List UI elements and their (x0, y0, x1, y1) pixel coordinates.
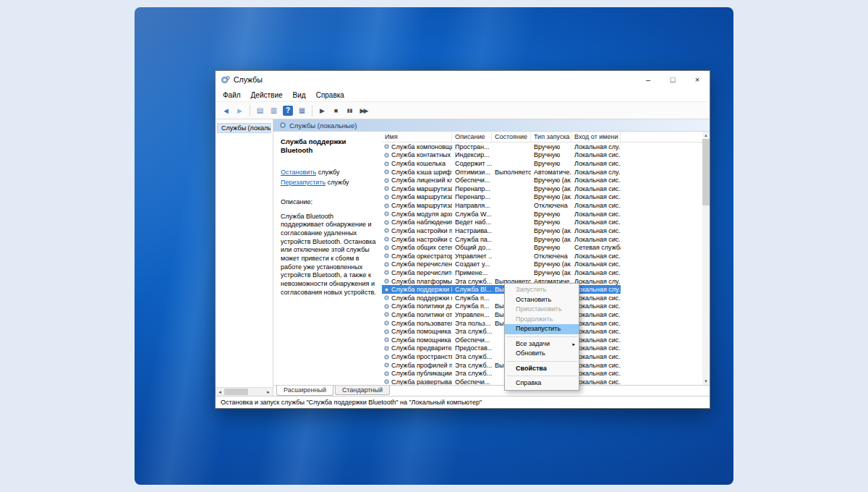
scroll-track-vertical[interactable] (702, 139, 710, 378)
column-header-4[interactable]: Вход от имени (571, 132, 621, 142)
table-row[interactable]: Служба кэша шрифтов Wi... Оптимизи... Вы… (382, 168, 621, 177)
restart-service-icon[interactable]: ▶▶ (357, 107, 370, 114)
table-row[interactable]: Служба настройки сети Служба па... Вручн… (382, 235, 621, 244)
restart-service-link[interactable]: Перезапустить (281, 179, 326, 186)
table-vertical-scrollbar[interactable]: ▲ ▼ (702, 132, 710, 385)
tree-horizontal-scrollbar[interactable]: ◄ ► (216, 387, 273, 396)
menu-help[interactable]: Справка (311, 91, 349, 99)
service-name: Служба публикации имен... (391, 370, 452, 377)
stop-service-link[interactable]: Остановить (281, 169, 316, 176)
scroll-thumb-vertical[interactable] (702, 139, 710, 205)
table-row[interactable]: Служба компоновщика о... Простран... Вру… (382, 143, 621, 151)
tab-extended[interactable]: Расширенный (276, 386, 333, 396)
table-row[interactable]: Служба пространственных... Эта служб... … (382, 352, 621, 361)
scroll-up-icon[interactable]: ▲ (702, 132, 710, 139)
service-description-cell: Простран... (452, 143, 492, 151)
tab-standard[interactable]: Стандартный (335, 386, 390, 395)
table-row[interactable]: Служба платформы подк... Эта служб... Вы… (382, 277, 621, 286)
table-row[interactable]: Служба кошелька Содержит ... Вручную Лок… (382, 159, 621, 168)
table-row[interactable]: Служба настройки преоб... Настраива... В… (382, 226, 621, 235)
titlebar[interactable]: Службы – □ × (216, 71, 710, 88)
table-row[interactable]: Служба поддержки Blueto... Служба Bl... … (382, 285, 621, 294)
context-menu-item-11[interactable]: Справка (505, 378, 579, 389)
table-row[interactable]: Служба маршрутизации р... Направля... От… (382, 201, 621, 210)
service-status-cell (492, 260, 531, 269)
service-logon-cell: Локальная сис... (571, 184, 621, 193)
close-button[interactable]: × (685, 71, 710, 88)
stop-service-icon[interactable]: ■ (329, 107, 343, 114)
pane-banner: Службы (локальные) (273, 119, 710, 132)
table-row[interactable]: Служба предварительной ... Предостав... … (382, 344, 621, 353)
service-gear-icon (383, 211, 390, 217)
description-label: Описание: (281, 198, 376, 205)
menu-action[interactable]: Действие (246, 91, 288, 99)
table-row[interactable]: Служба общих сетевых ре... Общий до... В… (382, 243, 621, 252)
scroll-left-icon[interactable]: ◄ (216, 388, 224, 396)
table-row[interactable]: Служба развертывания Ap... Обеспечи... Л… (382, 378, 621, 385)
table-row[interactable]: Служба лицензий клиента ... Обеспечи... … (382, 176, 621, 184)
scroll-right-icon[interactable]: ► (264, 388, 273, 396)
service-startup-cell: Вручную (ак... (531, 260, 571, 269)
table-row[interactable]: Служба перечисления уст... Создает у... … (382, 260, 621, 269)
table-row[interactable]: Служба поддержки польз... Служба п... Ло… (382, 294, 621, 302)
service-description-cell: Настраива... (452, 226, 492, 235)
table-row[interactable]: Служба политики отобра... Управлен... Вы… (382, 310, 621, 319)
context-menu-item-1[interactable]: Остановить (505, 295, 579, 305)
maximize-button[interactable]: □ (660, 71, 685, 88)
column-header-1[interactable]: Описание (452, 132, 492, 142)
tree-item-services-local[interactable]: Службы (локальные) (217, 123, 271, 133)
table-row[interactable]: Служба модуля архивации... Служба W... В… (382, 210, 621, 219)
column-header-3[interactable]: Тип запуска (531, 132, 571, 142)
back-icon[interactable]: ◄ (219, 106, 233, 115)
menu-file[interactable]: Файл (218, 91, 246, 99)
context-menu-item-6[interactable]: Все задачи▸ (505, 339, 579, 349)
service-status-cell (492, 184, 531, 193)
table-row[interactable]: Служба политики диагнос... Служба п... В… (382, 302, 621, 311)
service-status-cell (492, 151, 531, 160)
context-menu-item-9[interactable]: Свойства (505, 364, 579, 374)
console-tree-icon[interactable]: ▤ (253, 106, 267, 114)
service-status-cell (492, 201, 531, 210)
scroll-track[interactable] (224, 388, 264, 396)
toolbar: ◄►▤▥?▦▶■▮▮▶▶ (216, 101, 710, 119)
service-name: Служба лицензий клиента ... (391, 177, 452, 184)
service-gear-icon (383, 177, 390, 184)
service-startup-cell: Вручную (ак... (531, 184, 571, 193)
service-action-links: Остановить службу Перезапустить службу (281, 168, 376, 188)
service-name: Служба помощника по со... (391, 336, 452, 344)
service-name: Служба маршрутизатора ... (391, 185, 452, 192)
table-row[interactable]: Служба контактных данн... Индексир... Вр… (382, 151, 621, 160)
table-row[interactable]: Служба маршрутизатора ... Перенапр... Вр… (382, 184, 621, 193)
context-menu-item-4[interactable]: Перезапустить (505, 324, 579, 334)
table-row[interactable]: Служба перечислителя пе... Примене... Вр… (382, 268, 621, 277)
help-icon[interactable]: ? (283, 106, 293, 116)
table-row[interactable]: Служба наблюдения за да... Ведет наб... … (382, 218, 621, 226)
table-row[interactable]: Служба оркестратора обн... Управляет ...… (382, 252, 621, 260)
pane-content: Служба поддержки Bluetooth Остановить сл… (273, 132, 710, 385)
restart-link-suffix: службу (326, 179, 349, 186)
service-name: Служба кэша шрифтов Wi... (391, 169, 452, 176)
forward-icon[interactable]: ► (233, 106, 247, 115)
service-description-cell: Индексир... (452, 151, 492, 160)
service-gear-icon (383, 287, 390, 293)
start-service-icon[interactable]: ▶ (315, 107, 329, 114)
table-row[interactable]: Служба маршрутизатора ... Перенапр... Вр… (382, 193, 621, 202)
show-description-icon[interactable]: ▦ (295, 106, 309, 114)
export-list-icon[interactable]: ▥ (267, 106, 281, 114)
scroll-down-icon[interactable]: ▼ (702, 378, 710, 385)
table-row[interactable]: Служба пользователя пла... Эта польз... … (382, 319, 621, 328)
menu-view[interactable]: Вид (288, 91, 311, 99)
table-row[interactable]: Служба помощника по ло... Эта служб... Л… (382, 327, 621, 336)
table-row[interactable]: Служба помощника по со... Обеспечи... Ло… (382, 336, 621, 344)
scroll-thumb[interactable] (224, 389, 248, 395)
column-header-2[interactable]: Состояние (492, 132, 531, 142)
column-header-0[interactable]: Имя (382, 132, 452, 142)
service-description-cell: Перенапр... (452, 184, 492, 193)
table-row[interactable]: Служба публикации имен... Эта служб... Л… (382, 369, 621, 378)
minimize-button[interactable]: – (636, 71, 660, 88)
table-row[interactable]: Служба профилей пользо... Эта служб... В… (382, 361, 621, 370)
extended-info-pane: Служба поддержки Bluetooth Остановить сл… (273, 132, 382, 385)
service-name: Служба предварительной ... (391, 344, 452, 352)
pause-service-icon[interactable]: ▮▮ (343, 108, 357, 114)
context-menu-item-7[interactable]: Обновить (505, 349, 579, 359)
